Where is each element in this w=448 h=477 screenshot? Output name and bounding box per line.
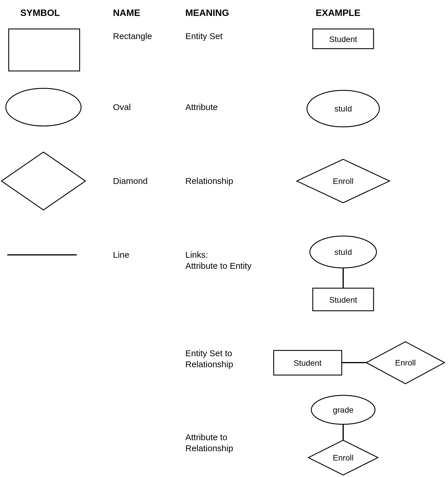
name-diamond: Diamond bbox=[113, 176, 148, 186]
meaning-links-1: Links: bbox=[185, 250, 208, 259]
meaning-esr-2: Relationship bbox=[185, 359, 233, 369]
example-oval-label: stuId bbox=[334, 104, 352, 113]
example-link-er-diamond-label: Enroll bbox=[395, 358, 416, 367]
header-meaning: MEANING bbox=[185, 8, 229, 18]
example-link-ae-rect-label: Student bbox=[329, 295, 357, 304]
meaning-ar-1: Attribute to bbox=[185, 432, 227, 442]
example-link-ar-oval-label: grade bbox=[333, 405, 354, 414]
example-link-ar-diamond-label: Enroll bbox=[333, 453, 354, 462]
symbol-diamond bbox=[1, 152, 85, 210]
example-diamond-label: Enroll bbox=[333, 177, 354, 186]
header-symbol: SYMBOL bbox=[20, 8, 60, 18]
example-link-er-rect-label: Student bbox=[294, 359, 322, 368]
meaning-relationship: Relationship bbox=[185, 176, 233, 186]
meaning-ar-2: Relationship bbox=[185, 443, 233, 453]
er-symbols-diagram: SYMBOL NAME MEANING EXAMPLE Rectangle En… bbox=[0, 0, 448, 477]
name-oval: Oval bbox=[113, 102, 131, 112]
symbol-oval bbox=[6, 88, 81, 126]
header-name: NAME bbox=[113, 8, 140, 18]
header-example: EXAMPLE bbox=[316, 8, 361, 18]
symbol-rectangle bbox=[9, 29, 80, 71]
meaning-attribute: Attribute bbox=[185, 102, 218, 112]
name-rectangle: Rectangle bbox=[113, 31, 152, 41]
example-link-ae-oval-label: stuId bbox=[334, 248, 352, 257]
meaning-links-2: Attribute to Entity bbox=[185, 261, 251, 271]
name-line: Line bbox=[113, 250, 129, 259]
meaning-entity-set: Entity Set bbox=[185, 31, 223, 41]
example-rectangle-label: Student bbox=[329, 35, 357, 44]
meaning-esr-1: Entity Set to bbox=[185, 348, 232, 358]
